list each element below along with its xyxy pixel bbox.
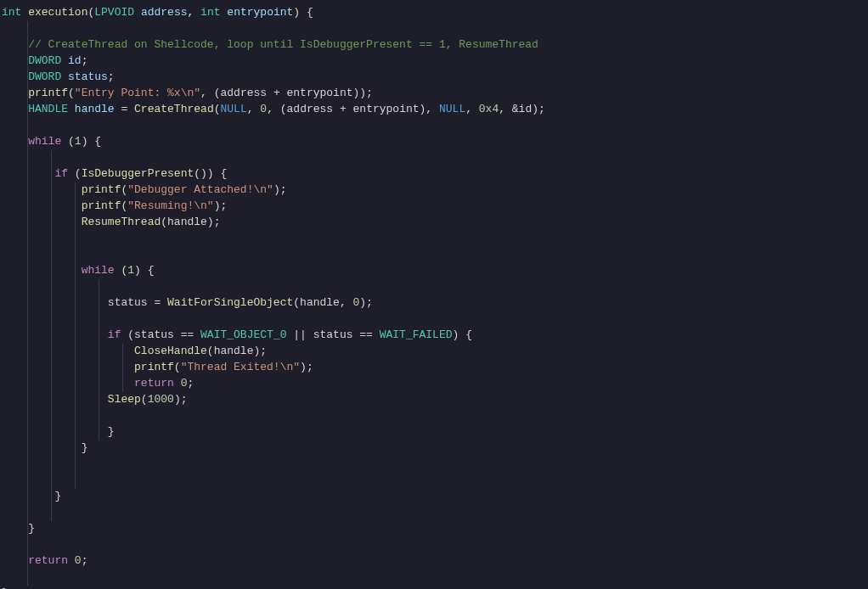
function-call: printf: [82, 199, 121, 212]
type-token: HANDLE: [28, 103, 68, 115]
code-line: [2, 21, 868, 37]
string-literal: "Entry Point: %x\n": [75, 87, 200, 99]
code-line: [2, 247, 868, 263]
function-call: ResumeThread: [82, 216, 161, 228]
comment: // CreateThread on Shellcode, loop until…: [28, 38, 538, 51]
macro-const: WAIT_FAILED: [380, 328, 453, 341]
code-line: }: [2, 489, 868, 505]
keyword: if: [108, 328, 121, 341]
code-line: // CreateThread on Shellcode, loop until…: [2, 37, 868, 53]
close-brace: }: [108, 425, 115, 438]
code-line: printf("Thread Exited!\n");: [2, 360, 868, 376]
code-line: printf("Resuming!\n");: [2, 199, 868, 215]
null-const: NULL: [221, 103, 247, 115]
type-token: int: [200, 6, 220, 19]
type-token: int: [2, 6, 21, 19]
code-line: [2, 537, 868, 553]
code-editor[interactable]: int execution(LPVOID address, int entryp…: [2, 5, 868, 589]
code-line: while (1) {: [2, 134, 868, 150]
code-line: [2, 118, 868, 134]
type-token: DWORD: [28, 70, 61, 83]
param-name: entrypoint: [227, 6, 293, 19]
close-brace: }: [54, 490, 61, 502]
code-line: [2, 150, 868, 166]
macro-const: WAIT_OBJECT_0: [200, 328, 286, 341]
code-line: [2, 457, 868, 473]
keyword: while: [82, 264, 115, 277]
code-line: DWORD id;: [2, 53, 868, 70]
code-line: return 0;: [2, 376, 868, 392]
code-line: [2, 505, 868, 521]
function-call: printf: [134, 361, 174, 373]
param-name: address: [141, 6, 188, 19]
type-token: LPVOID: [94, 6, 134, 19]
keyword: while: [28, 135, 61, 148]
code-line: }: [2, 424, 868, 440]
keyword: if: [54, 167, 68, 180]
code-line: if (IsDebuggerPresent()) {: [2, 166, 868, 182]
function-call: CreateThread: [134, 103, 214, 115]
type-token: DWORD: [28, 54, 61, 67]
variable: status: [68, 70, 108, 83]
keyword: return: [134, 377, 174, 390]
code-line: [2, 473, 868, 489]
code-line: [2, 408, 868, 424]
keyword: return: [28, 554, 68, 567]
variable: handle: [75, 103, 115, 115]
code-line: return 0;: [2, 553, 868, 569]
null-const: NULL: [439, 103, 465, 115]
code-line: if (status == WAIT_OBJECT_0 || status ==…: [2, 328, 868, 344]
code-line: status = WaitForSingleObject(handle, 0);: [2, 295, 868, 311]
function-call: printf: [28, 87, 68, 99]
code-line: printf("Debugger Attached!\n");: [2, 182, 868, 199]
code-line: int execution(LPVOID address, int entryp…: [2, 5, 868, 21]
code-line: [2, 569, 868, 586]
variable: id: [68, 54, 82, 67]
function-call: IsDebuggerPresent: [82, 167, 194, 180]
code-line: printf("Entry Point: %x\n", (address + e…: [2, 86, 868, 102]
code-line: DWORD status;: [2, 70, 868, 86]
string-literal: "Debugger Attached!\n": [127, 183, 273, 196]
close-brace: }: [82, 441, 88, 454]
close-brace: }: [28, 522, 35, 535]
code-line: Sleep(1000);: [2, 392, 868, 408]
code-line: [2, 311, 868, 328]
function-call: printf: [82, 183, 121, 196]
function-call: CloseHandle: [134, 345, 207, 357]
code-line: while (1) {: [2, 263, 868, 279]
code-line: CloseHandle(handle);: [2, 344, 868, 360]
code-line: [2, 279, 868, 295]
function-call: Sleep: [108, 393, 141, 406]
code-line: [2, 231, 868, 247]
code-line: HANDLE handle = CreateThread(NULL, 0, (a…: [2, 102, 868, 118]
code-line: }: [2, 440, 868, 457]
code-line: }: [2, 586, 868, 589]
function-call: WaitForSingleObject: [167, 296, 293, 309]
function-name: execution: [28, 6, 87, 19]
code-line: ResumeThread(handle);: [2, 215, 868, 231]
code-line: }: [2, 521, 868, 537]
string-literal: "Resuming!\n": [127, 199, 213, 212]
string-literal: "Thread Exited!\n": [181, 361, 300, 373]
